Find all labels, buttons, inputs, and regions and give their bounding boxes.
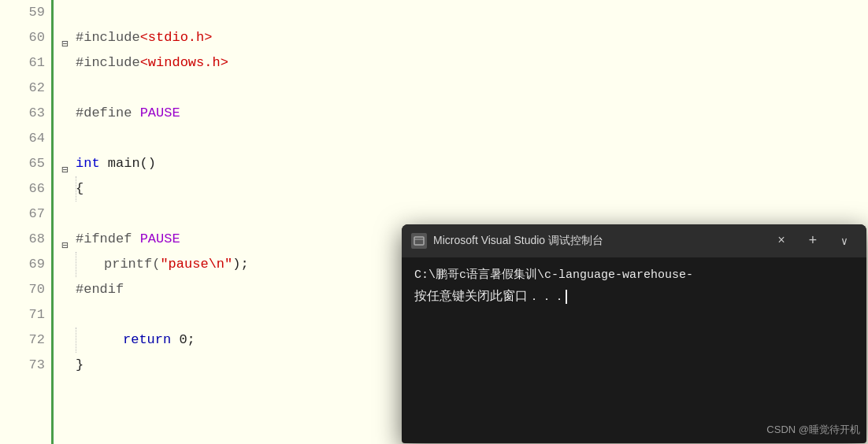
line-num-66: 66 [0, 176, 51, 202]
terminal-cursor [566, 290, 567, 304]
line-num-68: 68 [0, 227, 51, 252]
terminal-title-text: Microsoft Visual Studio 调试控制台 [433, 234, 762, 248]
code-line-64 [61, 126, 868, 151]
main-func: main() [100, 151, 156, 176]
line-num-73: 73 [0, 353, 51, 378]
keyword-printf: printf( [104, 252, 160, 277]
line-num-70: 70 [0, 277, 51, 302]
terminal-window: Microsoft Visual Studio 调试控制台 × + ∨ C:\鹏… [402, 224, 866, 443]
line-num-61: 61 [0, 50, 51, 76]
line-num-72: 72 [0, 327, 51, 353]
line-num-59: 59 [0, 0, 51, 25]
terminal-add-button[interactable]: + [800, 228, 825, 253]
line-num-69: 69 [0, 252, 51, 277]
keyword-return: return [123, 327, 171, 353]
macro-pause: PAUSE [140, 101, 180, 126]
code-line-62 [61, 76, 868, 101]
macro-pause-2: PAUSE [140, 227, 180, 252]
code-line-61: #include<windows.h> [61, 50, 868, 76]
return-value: 0; [171, 327, 195, 353]
terminal-body: C:\鹏哥c语言暑假集训\c-language-warehouse- 按任意键关… [402, 257, 866, 434]
keyword-endif: #endif [76, 277, 124, 302]
line-num-67: 67 [0, 202, 51, 227]
keyword-include-61: #include [76, 50, 140, 76]
code-line-60: ⊟ #include<stdio.h> [61, 25, 868, 50]
terminal-close-button[interactable]: × [769, 228, 794, 253]
code-line-63: #define PAUSE [61, 101, 868, 126]
line-num-62: 62 [0, 76, 51, 101]
header-windows: <windows.h> [140, 50, 228, 76]
terminal-chevron-button[interactable]: ∨ [832, 228, 857, 253]
line-num-60: 60 [0, 25, 51, 50]
code-line-59 [61, 0, 868, 25]
keyword-int: int [76, 151, 100, 176]
code-line-66: { [61, 176, 868, 202]
terminal-prompt-text: 按任意键关闭此窗口．．． [414, 288, 854, 305]
editor-area: 59 60 61 62 63 64 65 66 67 68 69 70 71 7… [0, 0, 868, 444]
line-num-64: 64 [0, 126, 51, 151]
line-numbers: 59 60 61 62 63 64 65 66 67 68 69 70 71 7… [0, 0, 51, 378]
line-num-63: 63 [0, 101, 51, 126]
printf-close: ); [232, 252, 248, 277]
keyword-include-60: #include [76, 25, 140, 50]
code-line-65: ⊟ int main() [61, 151, 868, 176]
keyword-ifndef: #ifndef [76, 227, 140, 252]
keyword-define: #define [76, 101, 140, 126]
close-brace: } [76, 353, 83, 378]
svg-rect-0 [414, 237, 424, 245]
string-literal: "pause\n" [160, 252, 232, 277]
csdn-watermark: CSDN @睡觉待开机 [766, 423, 860, 437]
terminal-titlebar: Microsoft Visual Studio 调试控制台 × + ∨ [402, 224, 866, 257]
fold-icon-60[interactable]: ⊟ [61, 31, 74, 44]
code-line-67 [61, 202, 868, 227]
fold-icon-65[interactable]: ⊟ [61, 157, 74, 170]
fold-icon-68[interactable]: ⊟ [61, 233, 74, 246]
terminal-prompt-content: 按任意键关闭此窗口．．． [414, 290, 566, 304]
line-num-71: 71 [0, 302, 51, 327]
gutter: 59 60 61 62 63 64 65 66 67 68 69 70 71 7… [0, 0, 54, 444]
terminal-path-text: C:\鹏哥c语言暑假集训\c-language-warehouse- [414, 267, 854, 282]
header-stdio: <stdio.h> [140, 25, 213, 50]
line-num-65: 65 [0, 151, 51, 176]
terminal-app-icon [411, 233, 427, 249]
terminal-footer: CSDN @睡觉待开机 [402, 434, 866, 443]
